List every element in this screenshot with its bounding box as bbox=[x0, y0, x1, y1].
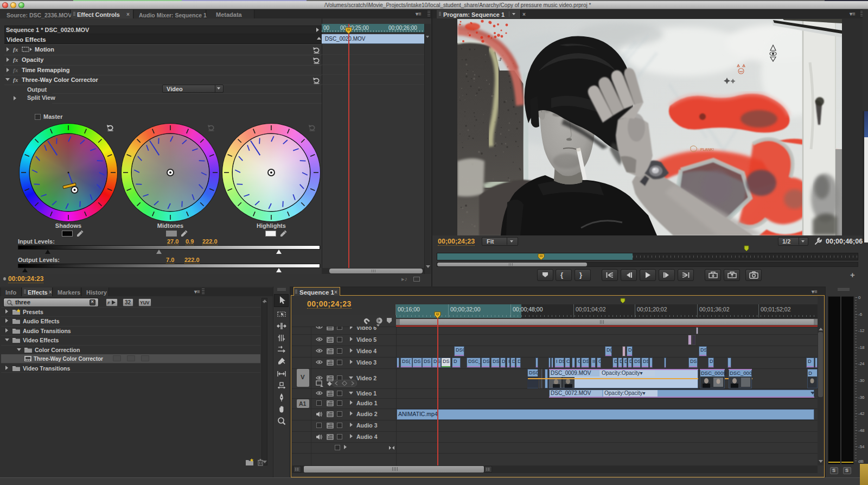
svg-text:F: F bbox=[107, 301, 111, 305]
svg-text:PLANK!: PLANK! bbox=[700, 148, 714, 151]
